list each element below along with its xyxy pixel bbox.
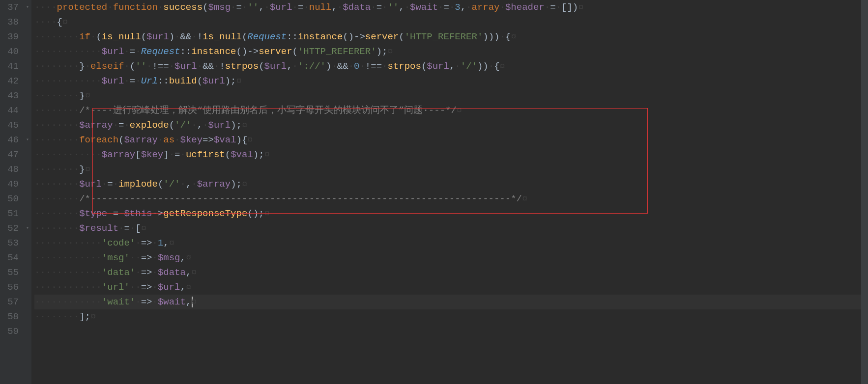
line-number: 39 — [0, 29, 19, 44]
line-number: 58 — [0, 309, 19, 324]
line-number: 42 — [0, 74, 19, 88]
code-line[interactable]: ············'url'··=>·$url,¤ — [34, 280, 868, 295]
fold-marker — [24, 280, 31, 295]
line-number-gutter: 3738394041424344454647484950515253545556… — [0, 0, 24, 384]
code-line[interactable]: ········$url·=·implode('/'·,·$array);¤ — [34, 177, 868, 192]
code-line[interactable]: ····{¤ — [34, 15, 868, 29]
line-number: 48 — [0, 162, 19, 177]
code-line[interactable]: ············$array[$key]·=·ucfirst($val)… — [34, 147, 868, 162]
fold-marker — [24, 15, 31, 29]
fold-marker — [24, 250, 31, 265]
line-number: 43 — [0, 88, 19, 103]
code-line[interactable]: ········}¤ — [34, 88, 868, 103]
code-line[interactable]: ········$result·=·[¤ — [34, 221, 868, 236]
code-line[interactable]: ············$url·=·Request::instance()->… — [34, 44, 868, 59]
code-line[interactable]: ········$type·=·$this->getResponseType()… — [34, 206, 868, 221]
fold-marker — [24, 324, 31, 339]
fold-marker — [24, 206, 31, 221]
line-number: 59 — [0, 324, 19, 339]
fold-marker — [24, 177, 31, 192]
code-line[interactable]: ············'msg'··=>·$msg,¤ — [34, 250, 868, 265]
line-number: 37 — [0, 0, 19, 15]
fold-marker — [24, 265, 31, 280]
line-number: 51 — [0, 206, 19, 221]
fold-marker — [24, 162, 31, 177]
vertical-scrollbar[interactable] — [861, 0, 868, 384]
code-line[interactable]: ········$array·=·explode('/'·,·$url);¤ — [34, 118, 868, 133]
line-number: 53 — [0, 236, 19, 250]
code-line[interactable]: ············$url·=·Url::build($url);¤ — [34, 74, 868, 88]
code-line[interactable]: ········}·elseif·(''·!==·$url·&&·!strpos… — [34, 59, 868, 74]
fold-marker — [24, 74, 31, 88]
fold-marker — [24, 192, 31, 206]
fold-marker — [24, 118, 31, 133]
code-editor[interactable]: 3738394041424344454647484950515253545556… — [0, 0, 868, 384]
line-number: 49 — [0, 177, 19, 192]
fold-marker — [24, 147, 31, 162]
fold-marker — [24, 29, 31, 44]
line-number: 50 — [0, 192, 19, 206]
fold-marker — [24, 236, 31, 250]
line-number: 56 — [0, 280, 19, 295]
fold-marker[interactable]: ▾ — [24, 0, 31, 15]
code-line[interactable]: ········];¤ — [34, 309, 868, 324]
line-number: 54 — [0, 250, 19, 265]
code-line[interactable]: ············'data'·=>·$data,¤ — [34, 265, 868, 280]
fold-marker — [24, 309, 31, 324]
code-line[interactable]: ········/*---·进行驼峰处理，解决“使用路由别名后，小写字母开头的模… — [34, 103, 868, 118]
code-line[interactable]: ········foreach($array·as·$key=>$val){¤ — [34, 133, 868, 147]
code-line[interactable]: ············'wait'·=>·$wait,¤ — [34, 295, 868, 309]
line-number: 38 — [0, 15, 19, 29]
fold-gutter[interactable]: ▾▾▾ — [24, 0, 31, 384]
fold-marker — [24, 295, 31, 309]
line-number: 52 — [0, 221, 19, 236]
line-number: 55 — [0, 265, 19, 280]
line-number: 44 — [0, 103, 19, 118]
code-line[interactable]: ········/*------------------------------… — [34, 192, 868, 206]
code-line[interactable]: ········if·(is_null($url)·&&·!is_null(Re… — [34, 29, 868, 44]
line-number: 40 — [0, 44, 19, 59]
code-line[interactable]: ····protected·function·success($msg·=·''… — [34, 0, 868, 15]
code-line[interactable] — [34, 324, 868, 339]
fold-marker — [24, 88, 31, 103]
fold-marker — [24, 59, 31, 74]
line-number: 41 — [0, 59, 19, 74]
line-number: 45 — [0, 118, 19, 133]
fold-marker[interactable]: ▾ — [24, 133, 31, 147]
code-area[interactable]: ····protected·function·success($msg·=·''… — [31, 0, 868, 384]
fold-marker[interactable]: ▾ — [24, 221, 31, 236]
line-number: 46 — [0, 133, 19, 147]
line-number: 47 — [0, 147, 19, 162]
code-line[interactable]: ············'code'·=>·1,¤ — [34, 236, 868, 250]
fold-marker — [24, 44, 31, 59]
code-line[interactable]: ········}¤ — [34, 162, 868, 177]
line-number: 57 — [0, 295, 19, 309]
fold-marker — [24, 103, 31, 118]
